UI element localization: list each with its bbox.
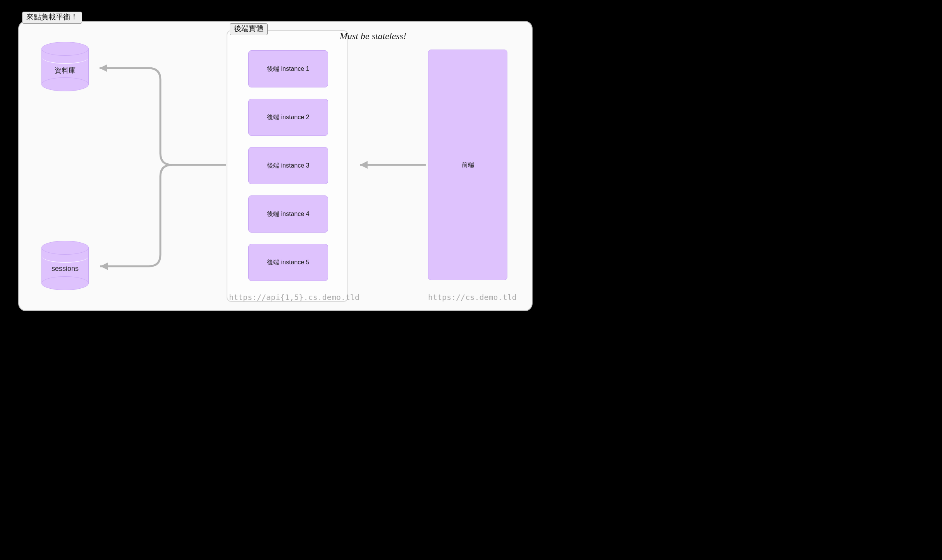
svg-marker-2 (100, 262, 108, 270)
frontend-box: 前端 (428, 50, 507, 280)
backend-instances-frame: 後端實體 後端 instance 1 後端 instance 2 後端 inst… (227, 30, 348, 302)
arrow-backend-to-databases (100, 64, 226, 270)
backend-instance-5: 後端 instance 5 (248, 244, 328, 281)
backend-instance-4-label: 後端 instance 4 (267, 210, 309, 218)
diagram-title: 來點負載平衡！ (26, 13, 78, 21)
svg-marker-0 (360, 161, 368, 169)
database-cylinder-2: sessions (41, 241, 89, 289)
backend-instance-4: 後端 instance 4 (248, 195, 328, 233)
backend-frame-title: 後端實體 (234, 24, 263, 33)
backend-instance-5-label: 後端 instance 5 (267, 259, 309, 267)
frontend-url-label: https://cs.demo.tld (428, 293, 517, 302)
backend-instance-3-label: 後端 instance 3 (267, 162, 309, 170)
backend-instance-3: 後端 instance 3 (248, 147, 328, 184)
backend-instance-1: 後端 instance 1 (248, 50, 328, 87)
outer-frame: 來點負載平衡！ (18, 21, 533, 311)
backend-instance-2-label: 後端 instance 2 (267, 113, 309, 122)
backend-frame-title-label: 後端實體 (230, 23, 268, 35)
backend-instance-2: 後端 instance 2 (248, 99, 328, 136)
arrow-frontend-to-backend (360, 161, 426, 169)
diagram-canvas: 來點負載平衡！ (18, 5, 568, 323)
database-2-label: sessions (41, 265, 89, 273)
database-1-label: 資料庫 (41, 66, 89, 75)
database-cylinder-1: 資料庫 (41, 42, 89, 90)
stateless-annotation: Must be stateless! (340, 31, 406, 41)
frontend-label: 前端 (462, 161, 474, 169)
svg-marker-1 (100, 64, 107, 72)
backend-instance-1-label: 後端 instance 1 (267, 65, 309, 73)
backend-url-label: https://api{1,5}.cs.demo.tld (229, 293, 359, 302)
diagram-title-label: 來點負載平衡！ (22, 12, 82, 24)
